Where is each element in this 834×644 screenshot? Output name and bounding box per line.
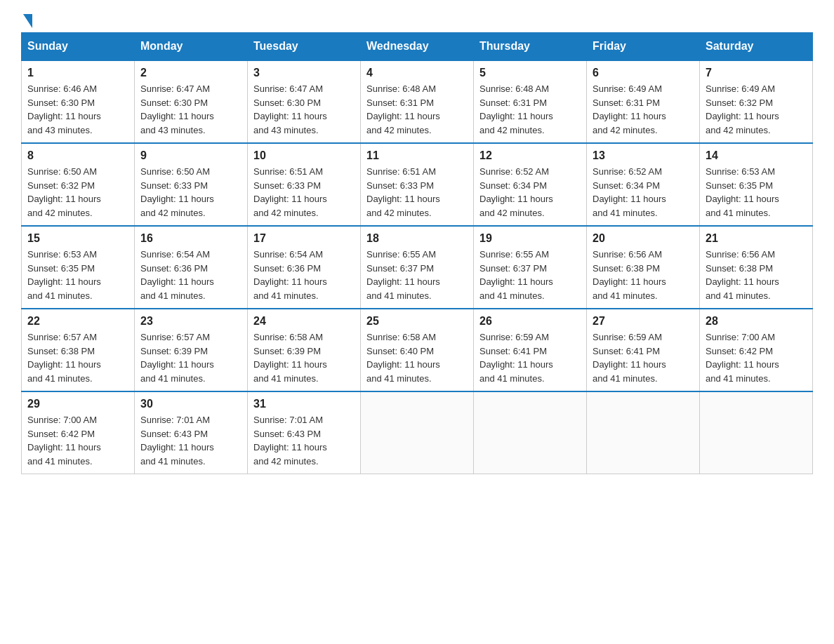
day-number: 19 xyxy=(479,232,581,245)
day-info: Sunrise: 6:57 AM Sunset: 6:39 PM Dayligh… xyxy=(140,330,241,385)
day-number: 31 xyxy=(253,398,355,410)
calendar-header-row: SundayMondayTuesdayWednesdayThursdayFrid… xyxy=(22,33,813,61)
calendar-cell xyxy=(587,391,700,474)
calendar-cell: 13 Sunrise: 6:52 AM Sunset: 6:34 PM Dayl… xyxy=(587,143,700,226)
week-row-1: 1 Sunrise: 6:46 AM Sunset: 6:30 PM Dayli… xyxy=(22,60,813,143)
day-info: Sunrise: 6:54 AM Sunset: 6:36 PM Dayligh… xyxy=(140,248,241,302)
day-number: 15 xyxy=(27,232,128,245)
day-info: Sunrise: 6:48 AM Sunset: 6:31 PM Dayligh… xyxy=(479,82,581,137)
day-number: 28 xyxy=(706,315,807,328)
calendar-cell: 10 Sunrise: 6:51 AM Sunset: 6:33 PM Dayl… xyxy=(248,143,361,226)
calendar-cell: 31 Sunrise: 7:01 AM Sunset: 6:43 PM Dayl… xyxy=(248,391,361,474)
day-number: 13 xyxy=(593,149,694,162)
calendar-table: SundayMondayTuesdayWednesdayThursdayFrid… xyxy=(21,32,813,474)
logo-line1 xyxy=(21,14,32,28)
day-number: 10 xyxy=(253,149,355,162)
day-number: 9 xyxy=(140,149,241,162)
day-number: 5 xyxy=(479,67,581,79)
header-saturday: Saturday xyxy=(700,33,813,61)
day-info: Sunrise: 6:51 AM Sunset: 6:33 PM Dayligh… xyxy=(253,165,355,220)
day-info: Sunrise: 6:57 AM Sunset: 6:38 PM Dayligh… xyxy=(27,330,128,385)
calendar-cell: 23 Sunrise: 6:57 AM Sunset: 6:39 PM Dayl… xyxy=(135,309,248,391)
day-info: Sunrise: 6:52 AM Sunset: 6:34 PM Dayligh… xyxy=(593,165,694,220)
day-number: 4 xyxy=(366,67,468,79)
calendar-cell: 19 Sunrise: 6:55 AM Sunset: 6:37 PM Dayl… xyxy=(474,226,587,309)
day-number: 11 xyxy=(366,149,468,162)
logo-block xyxy=(21,14,32,25)
week-row-3: 15 Sunrise: 6:53 AM Sunset: 6:35 PM Dayl… xyxy=(22,226,813,309)
day-number: 20 xyxy=(593,232,694,245)
day-info: Sunrise: 6:55 AM Sunset: 6:37 PM Dayligh… xyxy=(479,248,581,302)
calendar-cell: 7 Sunrise: 6:49 AM Sunset: 6:32 PM Dayli… xyxy=(700,60,813,143)
day-number: 25 xyxy=(366,315,468,328)
calendar-cell: 2 Sunrise: 6:47 AM Sunset: 6:30 PM Dayli… xyxy=(135,60,248,143)
header-wednesday: Wednesday xyxy=(361,33,474,61)
day-number: 24 xyxy=(253,315,355,328)
header-friday: Friday xyxy=(587,33,700,61)
calendar-cell: 28 Sunrise: 7:00 AM Sunset: 6:42 PM Dayl… xyxy=(700,309,813,391)
calendar-cell: 11 Sunrise: 6:51 AM Sunset: 6:33 PM Dayl… xyxy=(361,143,474,226)
day-info: Sunrise: 6:47 AM Sunset: 6:30 PM Dayligh… xyxy=(140,82,241,137)
day-number: 1 xyxy=(27,67,128,79)
day-info: Sunrise: 7:00 AM Sunset: 6:42 PM Dayligh… xyxy=(706,330,807,385)
header-monday: Monday xyxy=(135,33,248,61)
day-number: 17 xyxy=(253,232,355,245)
calendar-cell: 15 Sunrise: 6:53 AM Sunset: 6:35 PM Dayl… xyxy=(22,226,135,309)
day-info: Sunrise: 6:56 AM Sunset: 6:38 PM Dayligh… xyxy=(706,248,807,302)
calendar-cell: 5 Sunrise: 6:48 AM Sunset: 6:31 PM Dayli… xyxy=(474,60,587,143)
calendar-cell: 20 Sunrise: 6:56 AM Sunset: 6:38 PM Dayl… xyxy=(587,226,700,309)
day-info: Sunrise: 6:53 AM Sunset: 6:35 PM Dayligh… xyxy=(27,248,128,302)
calendar-cell: 17 Sunrise: 6:54 AM Sunset: 6:36 PM Dayl… xyxy=(248,226,361,309)
header-tuesday: Tuesday xyxy=(248,33,361,61)
day-info: Sunrise: 6:58 AM Sunset: 6:39 PM Dayligh… xyxy=(253,330,355,385)
calendar-cell xyxy=(700,391,813,474)
calendar-cell: 14 Sunrise: 6:53 AM Sunset: 6:35 PM Dayl… xyxy=(700,143,813,226)
day-info: Sunrise: 6:56 AM Sunset: 6:38 PM Dayligh… xyxy=(593,248,694,302)
week-row-4: 22 Sunrise: 6:57 AM Sunset: 6:38 PM Dayl… xyxy=(22,309,813,391)
day-number: 6 xyxy=(593,67,694,79)
day-info: Sunrise: 6:59 AM Sunset: 6:41 PM Dayligh… xyxy=(593,330,694,385)
day-number: 7 xyxy=(706,67,807,79)
day-info: Sunrise: 6:50 AM Sunset: 6:32 PM Dayligh… xyxy=(27,165,128,220)
calendar-cell: 3 Sunrise: 6:47 AM Sunset: 6:30 PM Dayli… xyxy=(248,60,361,143)
day-info: Sunrise: 6:50 AM Sunset: 6:33 PM Dayligh… xyxy=(140,165,241,220)
day-number: 18 xyxy=(366,232,468,245)
page-header xyxy=(21,14,813,25)
calendar-cell: 22 Sunrise: 6:57 AM Sunset: 6:38 PM Dayl… xyxy=(22,309,135,391)
day-number: 3 xyxy=(253,67,355,79)
day-number: 27 xyxy=(593,315,694,328)
day-info: Sunrise: 6:48 AM Sunset: 6:31 PM Dayligh… xyxy=(366,82,468,137)
calendar-cell: 9 Sunrise: 6:50 AM Sunset: 6:33 PM Dayli… xyxy=(135,143,248,226)
calendar-cell: 24 Sunrise: 6:58 AM Sunset: 6:39 PM Dayl… xyxy=(248,309,361,391)
day-number: 2 xyxy=(140,67,241,79)
calendar-cell: 29 Sunrise: 7:00 AM Sunset: 6:42 PM Dayl… xyxy=(22,391,135,474)
calendar-cell: 6 Sunrise: 6:49 AM Sunset: 6:31 PM Dayli… xyxy=(587,60,700,143)
day-info: Sunrise: 6:49 AM Sunset: 6:32 PM Dayligh… xyxy=(706,82,807,137)
day-number: 29 xyxy=(27,398,128,410)
day-number: 21 xyxy=(706,232,807,245)
calendar-cell: 16 Sunrise: 6:54 AM Sunset: 6:36 PM Dayl… xyxy=(135,226,248,309)
day-info: Sunrise: 6:55 AM Sunset: 6:37 PM Dayligh… xyxy=(366,248,468,302)
calendar-cell: 21 Sunrise: 6:56 AM Sunset: 6:38 PM Dayl… xyxy=(700,226,813,309)
day-number: 23 xyxy=(140,315,241,328)
day-info: Sunrise: 6:58 AM Sunset: 6:40 PM Dayligh… xyxy=(366,330,468,385)
day-info: Sunrise: 7:01 AM Sunset: 6:43 PM Dayligh… xyxy=(140,413,241,468)
calendar-cell: 26 Sunrise: 6:59 AM Sunset: 6:41 PM Dayl… xyxy=(474,309,587,391)
day-number: 26 xyxy=(479,315,581,328)
day-number: 30 xyxy=(140,398,241,410)
day-number: 22 xyxy=(27,315,128,328)
day-info: Sunrise: 7:01 AM Sunset: 6:43 PM Dayligh… xyxy=(253,413,355,468)
calendar-cell: 18 Sunrise: 6:55 AM Sunset: 6:37 PM Dayl… xyxy=(361,226,474,309)
day-number: 12 xyxy=(479,149,581,162)
day-info: Sunrise: 6:47 AM Sunset: 6:30 PM Dayligh… xyxy=(253,82,355,137)
calendar-cell: 25 Sunrise: 6:58 AM Sunset: 6:40 PM Dayl… xyxy=(361,309,474,391)
calendar-cell: 30 Sunrise: 7:01 AM Sunset: 6:43 PM Dayl… xyxy=(135,391,248,474)
day-number: 16 xyxy=(140,232,241,245)
logo xyxy=(21,14,32,25)
calendar-cell: 27 Sunrise: 6:59 AM Sunset: 6:41 PM Dayl… xyxy=(587,309,700,391)
calendar-cell xyxy=(474,391,587,474)
calendar-cell xyxy=(361,391,474,474)
day-info: Sunrise: 6:59 AM Sunset: 6:41 PM Dayligh… xyxy=(479,330,581,385)
day-info: Sunrise: 6:52 AM Sunset: 6:34 PM Dayligh… xyxy=(479,165,581,220)
header-thursday: Thursday xyxy=(474,33,587,61)
